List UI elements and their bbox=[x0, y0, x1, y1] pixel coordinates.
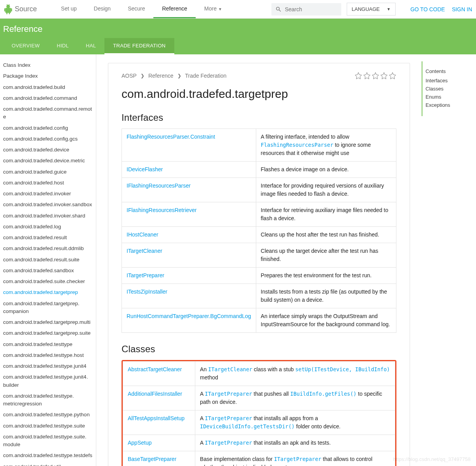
classes-table: AbstractTargetCleanerAn ITargetCleaner c… bbox=[123, 361, 395, 466]
crumb-aosp[interactable]: AOSP bbox=[122, 73, 137, 79]
code-ref[interactable]: ITargetPreparer bbox=[205, 415, 252, 421]
sidenav-item[interactable]: com.android.tradefed.invoker bbox=[3, 188, 93, 199]
star-icon[interactable] bbox=[389, 72, 396, 80]
toc-enums[interactable]: Enums bbox=[426, 93, 473, 101]
star-icon[interactable] bbox=[372, 72, 379, 80]
sidenav-item[interactable]: com.android.tradefed.targetprep bbox=[3, 287, 93, 298]
sign-in-link[interactable]: SIGN IN bbox=[452, 6, 472, 12]
table-row: ITestsZipInstallerInstalls tests from a … bbox=[122, 284, 396, 308]
sidenav-item[interactable]: com.android.tradefed.invoker.shard bbox=[3, 210, 93, 221]
sidenav-item[interactable]: com.android.tradefed.testtype.host bbox=[3, 350, 93, 361]
star-icon[interactable] bbox=[363, 72, 371, 80]
sidenav-item[interactable]: com.android.tradefed.config.gcs bbox=[3, 134, 93, 144]
sidenav-item[interactable]: com.android.tradefed.invoker.sandbox bbox=[3, 199, 93, 210]
sidenav-item[interactable]: com.android.tradefed.result bbox=[3, 232, 93, 243]
go-to-code-link[interactable]: GO TO CODE bbox=[410, 6, 445, 12]
sidenav-item[interactable]: com.android.tradefed.guice bbox=[3, 167, 93, 177]
sidenav-item[interactable]: Package Index bbox=[3, 71, 93, 82]
sidenav-item[interactable]: com.android.tradefed.testtype bbox=[3, 339, 93, 350]
interface-desc: Prepares the test environment for the te… bbox=[256, 268, 396, 284]
language-dropdown[interactable]: LANGUAGE ▼ bbox=[347, 3, 396, 16]
tab-trade-federation[interactable]: TRADE FEDERATION bbox=[104, 38, 174, 54]
code-ref[interactable]: ITargetCleaner bbox=[208, 366, 252, 372]
interface-link[interactable]: FlashingResourcesParser.Constraint bbox=[127, 134, 215, 140]
table-row: IHostCleanerCleans up the host after the… bbox=[122, 227, 396, 243]
code-ref[interactable]: setUp(ITestDevice, IBuildInfo) bbox=[295, 366, 390, 372]
toc-interfaces[interactable]: Interfaces bbox=[426, 77, 473, 85]
sidenav-item[interactable]: com.android.tradefed.testtype.junit4. bu… bbox=[3, 372, 93, 391]
crumb-reference[interactable]: Reference bbox=[148, 73, 174, 79]
interface-link[interactable]: ITargetCleaner bbox=[127, 248, 162, 254]
sidenav-item[interactable]: com.android.tradefed.result.suite bbox=[3, 254, 93, 265]
sidenav-item[interactable]: com.android.tradefed.testtype.junit4 bbox=[3, 361, 93, 372]
class-link[interactable]: AbstractTargetCleaner bbox=[128, 366, 182, 372]
class-desc: An ITargetCleaner class with a stub setU… bbox=[195, 362, 395, 386]
tab-hal[interactable]: HAL bbox=[77, 38, 104, 54]
sidenav-item[interactable]: Class Index bbox=[3, 60, 93, 71]
class-link[interactable]: AppSetup bbox=[128, 440, 152, 446]
sidenav-item[interactable]: com.android.tradefed.device.metric bbox=[3, 155, 93, 166]
sidenav-item[interactable]: com.android.tradefed.device bbox=[3, 144, 93, 155]
interface-link[interactable]: ITestsZipInstaller bbox=[127, 289, 167, 295]
classes-heading: Classes bbox=[122, 344, 396, 355]
main-content: AOSP ❯ Reference ❯ Trade Federation com.… bbox=[96, 54, 422, 466]
code-ref[interactable]: ITargetPreparer bbox=[274, 456, 321, 462]
nav-design[interactable]: Design bbox=[85, 0, 120, 18]
star-icon[interactable] bbox=[380, 72, 388, 80]
tab-hidl[interactable]: HIDL bbox=[48, 38, 77, 54]
rating-stars[interactable] bbox=[354, 72, 396, 80]
search-input[interactable] bbox=[285, 6, 337, 12]
class-desc: A ITargetPreparer that installs an apk a… bbox=[195, 435, 395, 451]
sidenav-item[interactable]: com.android.tradefed.host bbox=[3, 177, 93, 188]
svg-rect-3 bbox=[11, 8, 12, 11]
nav-setup[interactable]: Set up bbox=[52, 0, 85, 18]
sidenav-item[interactable]: com.android.tradefed.testtype. metricreg… bbox=[3, 391, 93, 410]
sidenav-item[interactable]: com.android.tradefed.result.ddmlib bbox=[3, 243, 93, 254]
search-icon bbox=[275, 5, 282, 13]
sidenav-item[interactable]: com.android.tradefed.sandbox bbox=[3, 265, 93, 276]
sidenav-item[interactable]: com.android.tradefed.command.remote bbox=[3, 104, 93, 123]
sidenav-item[interactable]: com.android.tradefed.config bbox=[3, 123, 93, 134]
toc-classes[interactable]: Classes bbox=[426, 85, 473, 93]
sidenav-item[interactable]: com.android.tradefed.log bbox=[3, 221, 93, 232]
sidenav-item[interactable]: com.android.tradefed.targetprep.multi bbox=[3, 317, 93, 328]
tab-overview[interactable]: OVERVIEW bbox=[3, 38, 48, 54]
sidenav-item[interactable]: com.android.tradefed.targetprep.suite bbox=[3, 328, 93, 339]
star-icon[interactable] bbox=[354, 72, 362, 80]
interface-link[interactable]: ITargetPreparer bbox=[127, 272, 164, 278]
interface-link[interactable]: RunHostCommandTargetPreparer.BgCommandLo… bbox=[127, 313, 251, 319]
sidenav-item[interactable]: com.android.tradefed.testtype.testdefs bbox=[3, 450, 93, 461]
class-link[interactable]: AdditionalFilesInstaller bbox=[128, 391, 182, 397]
nav-reference[interactable]: Reference bbox=[153, 0, 196, 18]
interface-link[interactable]: IFlashingResourcesParser bbox=[127, 183, 191, 189]
svg-point-0 bbox=[6, 5, 10, 8]
sidenav-item[interactable]: com.android.tradefed.build bbox=[3, 82, 93, 93]
interface-link[interactable]: IFlashingResourcesRetriever bbox=[127, 207, 197, 213]
interface-link[interactable]: IDeviceFlasher bbox=[127, 166, 163, 172]
logo[interactable]: Source bbox=[4, 4, 37, 14]
sidenav-item[interactable]: com.android.tradefed.util bbox=[3, 461, 93, 466]
toc-exceptions[interactable]: Exceptions bbox=[426, 101, 473, 109]
chevron-right-icon: ❯ bbox=[177, 73, 181, 78]
interface-link[interactable]: IHostCleaner bbox=[127, 231, 158, 238]
crumb-trade-federation[interactable]: Trade Federation bbox=[185, 73, 227, 79]
logo-text: Source bbox=[15, 5, 37, 13]
sidenav-item[interactable]: com.android.tradefed.command bbox=[3, 93, 93, 104]
sidenav-item[interactable]: com.android.tradefed.testtype.suite bbox=[3, 421, 93, 431]
interface-desc: Cleans up the host after the test run ha… bbox=[256, 227, 396, 243]
nav-secure[interactable]: Secure bbox=[119, 0, 153, 18]
code-ref[interactable]: IDeviceBuildInfo.getTestsDir() bbox=[200, 423, 295, 429]
nav-more[interactable]: More▼ bbox=[196, 0, 231, 18]
code-ref[interactable]: FlashingResourcesParser bbox=[261, 142, 334, 148]
sidenav-item[interactable]: com.android.tradefed.testtype.python bbox=[3, 409, 93, 420]
interface-desc: Flashes a device image on a device. bbox=[256, 162, 396, 178]
sidenav-item[interactable]: com.android.tradefed.testtype.suite. mod… bbox=[3, 431, 93, 450]
search-box[interactable] bbox=[271, 3, 341, 16]
class-link[interactable]: AllTestAppsInstallSetup bbox=[128, 415, 184, 421]
sidenav-item[interactable]: com.android.tradefed.suite.checker bbox=[3, 276, 93, 287]
code-ref[interactable]: ITargetPreparer bbox=[205, 391, 252, 397]
code-ref[interactable]: ITargetPreparer bbox=[205, 440, 252, 446]
sidenav-item[interactable]: com.android.tradefed.targetprep. compani… bbox=[3, 298, 93, 317]
class-link[interactable]: BaseTargetPreparer bbox=[128, 456, 176, 462]
code-ref[interactable]: IBuildInfo.getFiles() bbox=[290, 391, 357, 397]
